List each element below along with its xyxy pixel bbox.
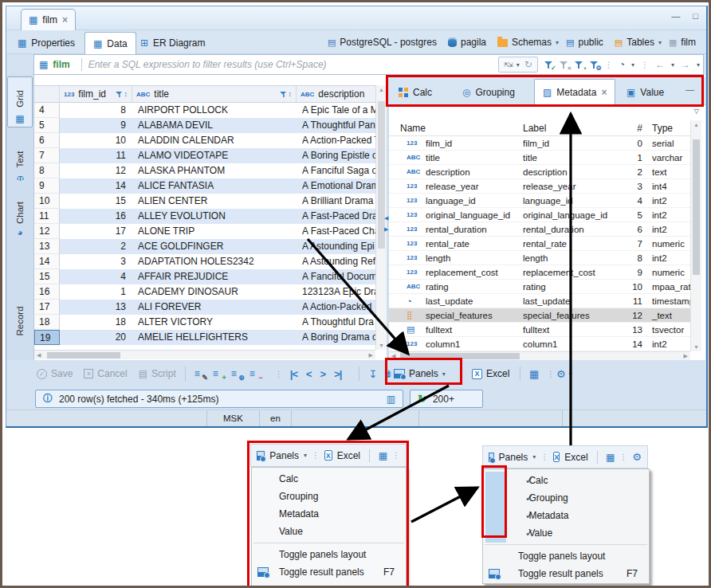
menu-item[interactable]: Metadata (252, 505, 406, 523)
scroll-up-icon[interactable]: ▲ (693, 122, 699, 127)
cell-film-id[interactable]: 8 (60, 103, 132, 118)
table-row[interactable]: 15 4 AFFAIR PREJUDICE A Fanciful Docum (34, 269, 375, 284)
menu-item[interactable]: Grouping (252, 488, 406, 505)
cell-film-id[interactable]: 9 (60, 118, 132, 133)
previous-row-button[interactable]: < (306, 368, 312, 380)
export-excel-button[interactable]: X Excel (472, 360, 509, 387)
cell-description[interactable]: A Action-Packed (297, 300, 375, 315)
cell-description[interactable]: A Astounding Epi (297, 239, 375, 254)
metadata-row[interactable]: ABC description description 2 text (389, 165, 690, 179)
metadata-row[interactable]: ▤ fulltext fulltext 13 tsvector (389, 323, 690, 337)
row-number[interactable]: 13 (34, 239, 60, 254)
cell-title[interactable]: ALADDIN CALENDAR (132, 133, 297, 148)
column-type-cell[interactable]: varchar (646, 153, 690, 163)
cell-film-id[interactable]: 17 (60, 224, 132, 239)
table-row[interactable]: 19 20 AMELIE HELLFIGHTERS A Boring Drama… (34, 330, 375, 345)
tab-data[interactable]: ▦ Data (84, 32, 136, 54)
column-name-cell[interactable]: 123 rental_rate (389, 239, 523, 249)
cell-title[interactable]: ADAPTATION HOLES2342 (132, 254, 297, 269)
column-name-cell[interactable]: 123 replacement_cost (389, 268, 523, 277)
column-header-ordinal[interactable]: # (619, 123, 646, 134)
scrollbar-thumb[interactable] (400, 353, 520, 359)
table-row[interactable]: 13 2 ACE GOLDFINGER A Astounding Epi (34, 239, 375, 254)
chevron-down-icon[interactable]: ▾ (556, 39, 559, 46)
menu-item[interactable]: Value (252, 523, 406, 540)
cell-title[interactable]: ALICE FANTASIA (132, 178, 297, 194)
grid-mode-icon[interactable]: ▦ (379, 450, 387, 461)
breadcrumb-item[interactable]: ▦ film (669, 37, 700, 48)
column-ordinal-cell[interactable]: 8 (619, 253, 646, 263)
column-name-cell[interactable]: 123 column1 (389, 339, 523, 349)
column-name-cell[interactable]: ABC title (389, 153, 523, 163)
table-row[interactable]: 8 12 ALASKA PHANTOM A Fanciful Saga of (34, 163, 375, 178)
column-ordinal-cell[interactable]: 13 (619, 325, 646, 335)
cell-title[interactable]: AFFAIR PREJUDICE (132, 269, 297, 284)
column-type-cell[interactable]: _text (646, 311, 690, 320)
panel-horizontal-scrollbar[interactable]: ◀ ▶ (389, 351, 690, 360)
breadcrumb-item[interactable]: ▤ Tables ▾ (615, 37, 662, 48)
column-type-cell[interactable]: tsvector (646, 325, 690, 335)
auto-refresh-icon[interactable]: ◔ (619, 59, 625, 70)
column-ordinal-cell[interactable]: 0 (619, 139, 646, 148)
metadata-row[interactable]: 123 column1 column1 14 int2 (389, 337, 690, 351)
column-label-cell[interactable]: original_language_id (523, 210, 619, 220)
menu-item-checked[interactable]: ✓ Metadata (483, 507, 649, 524)
column-label-cell[interactable]: length (523, 253, 619, 263)
cell-film-id[interactable]: 16 (60, 209, 132, 224)
cancel-button[interactable]: × Cancel (84, 368, 127, 379)
cell-description[interactable]: A Boring Drama o (297, 330, 375, 345)
table-row[interactable]: 6 10 ALADDIN CALENDAR A Action-Packed T (34, 133, 375, 148)
cell-description[interactable]: A Epic Tale of a M (297, 103, 375, 118)
cell-film-id[interactable]: 2 (60, 239, 132, 254)
column-type-cell[interactable]: timestamp (646, 296, 690, 306)
chevron-down-icon[interactable]: ▽ (694, 108, 699, 115)
column-header-type[interactable]: Type (646, 123, 690, 134)
maximize-icon[interactable]: □ (693, 11, 698, 21)
column-ordinal-cell[interactable]: 12 (619, 311, 646, 320)
cell-film-id[interactable]: 14 (60, 178, 132, 194)
column-type-cell[interactable]: int2 (646, 225, 690, 234)
column-label-cell[interactable]: replacement_cost (523, 268, 619, 277)
panel-vertical-scrollbar[interactable]: ▲ ▼ (690, 120, 701, 351)
cell-film-id[interactable]: 20 (60, 330, 132, 345)
grid-mode-icon[interactable]: ▦ (606, 452, 615, 463)
script-button[interactable]: ▤ Script (139, 368, 176, 379)
column-header-description[interactable]: ABC description (297, 86, 387, 102)
cell-film-id[interactable]: 18 (60, 315, 132, 330)
column-header-film-id[interactable]: 123 film_id ↕ (60, 86, 132, 102)
row-number[interactable]: 12 (34, 224, 60, 239)
tab-calc[interactable]: Calc (391, 80, 440, 104)
cell-film-id[interactable]: 1 (60, 284, 132, 300)
column-ordinal-cell[interactable]: 5 (619, 210, 646, 220)
column-ordinal-cell[interactable]: 11 (619, 296, 646, 306)
column-name-cell[interactable]: 123 length (389, 253, 523, 263)
scroll-right-icon[interactable]: ▶ (684, 353, 688, 359)
tab-grouping[interactable]: ◎ Grouping (454, 80, 523, 104)
cell-title[interactable]: ACADEMY DINOSAUR (132, 284, 297, 300)
tab-text[interactable]: Text ‹T› (7, 139, 33, 185)
chevron-down-icon[interactable]: ▾ (442, 370, 446, 378)
column-name-cell[interactable]: 123 original_language_id (389, 210, 523, 220)
menu-item-toggle-layout[interactable]: Toggle panels layout (252, 546, 406, 563)
metadata-row[interactable]: 123 length length 8 int2 (389, 251, 690, 265)
column-type-cell[interactable]: int4 (646, 182, 690, 191)
column-name-cell[interactable]: 123 film_id (389, 139, 523, 148)
metadata-row[interactable]: 123 language_id language_id 4 int2 (389, 194, 690, 208)
column-ordinal-cell[interactable]: 1 (619, 153, 646, 163)
row-number[interactable]: 10 (34, 194, 60, 209)
add-row-button[interactable]: ≡+ (213, 368, 226, 380)
table-row[interactable]: 5 9 ALABAMA DEVIL A Thoughtful Pan (34, 118, 375, 133)
cell-description[interactable]: A Action-Packed T (297, 133, 375, 148)
column-header-title[interactable]: ABC title ↕ (132, 86, 297, 102)
table-row[interactable]: 17 13 ALI FOREVER A Action-Packed (34, 300, 375, 315)
column-name-cell[interactable]: ◔ last_update (389, 296, 523, 306)
row-number[interactable]: 9 (34, 178, 60, 194)
fetch-page-button[interactable]: ↧ (368, 368, 377, 380)
scroll-left-icon[interactable]: ◀ (37, 352, 41, 359)
cell-description[interactable]: A Fanciful Docum (297, 269, 375, 284)
cell-description[interactable]: A Fast-Paced Cha (297, 224, 375, 239)
table-row[interactable]: 4 8 AIRPORT POLLOCK A Epic Tale of a M (34, 103, 375, 118)
table-row[interactable]: 14 3 ADAPTATION HOLES2342 A Astounding R… (34, 254, 375, 269)
column-ordinal-cell[interactable]: 7 (619, 239, 646, 249)
cell-description[interactable]: A Fast-Paced Dra (297, 209, 375, 224)
